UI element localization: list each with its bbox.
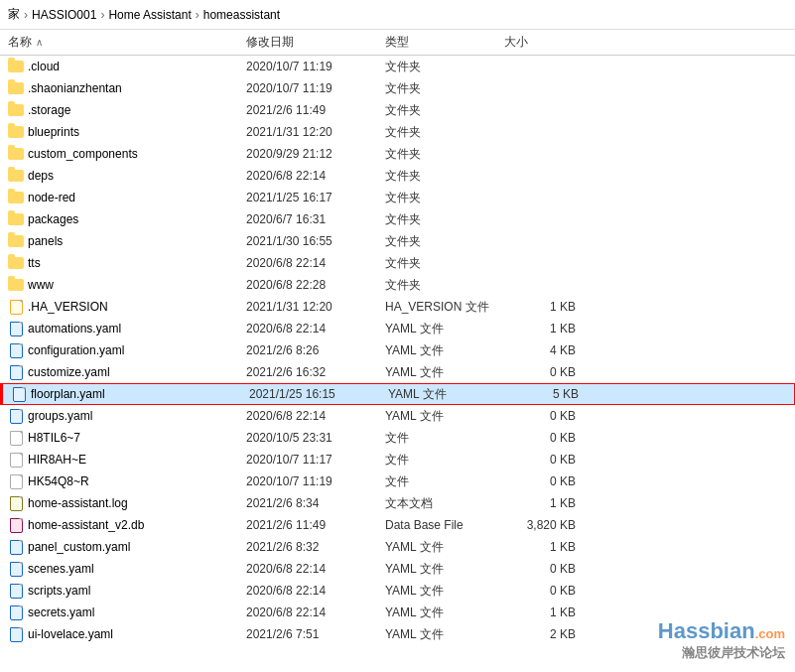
file-name: blueprints — [28, 125, 246, 139]
file-date: 2021/2/6 7:51 — [246, 627, 385, 641]
file-name: floorplan.yaml — [31, 387, 249, 401]
file-date: 2020/10/5 23:31 — [246, 431, 385, 445]
col-header-name[interactable]: 名称 ∧ — [8, 34, 246, 51]
file-date: 2021/2/6 8:26 — [246, 343, 385, 357]
file-size: 0 KB — [504, 453, 584, 467]
yaml-file-icon — [8, 408, 24, 424]
table-row[interactable]: panels 2021/1/30 16:55 文件夹 — [0, 230, 795, 252]
breadcrumb-sep1: › — [24, 8, 28, 22]
col-header-date[interactable]: 修改日期 — [246, 34, 385, 51]
file-type: YAML 文件 — [385, 626, 504, 643]
file-name: groups.yaml — [28, 409, 246, 423]
file-size: 0 KB — [504, 409, 584, 423]
file-name: secrets.yaml — [28, 605, 246, 619]
table-row[interactable]: .HA_VERSION 2021/1/31 12:20 HA_VERSION 文… — [0, 296, 795, 318]
table-row[interactable]: configuration.yaml 2021/2/6 8:26 YAML 文件… — [0, 339, 795, 361]
table-row[interactable]: custom_components 2020/9/29 21:12 文件夹 — [0, 143, 795, 165]
table-row[interactable]: .shaonianzhentan 2020/10/7 11:19 文件夹 — [0, 77, 795, 99]
table-row[interactable]: customize.yaml 2021/2/6 16:32 YAML 文件 0 … — [0, 361, 795, 383]
table-row[interactable]: floorplan.yaml 2021/1/25 16:15 YAML 文件 5… — [0, 383, 795, 405]
table-row[interactable]: scripts.yaml 2020/6/8 22:14 YAML 文件 0 KB — [0, 580, 795, 602]
file-type: 文件夹 — [385, 255, 504, 272]
yaml-file-icon — [8, 583, 24, 599]
table-row[interactable]: home-assistant_v2.db 2021/2/6 11:49 Data… — [0, 514, 795, 536]
table-row[interactable]: H8TIL6~7 2020/10/5 23:31 文件 0 KB — [0, 427, 795, 449]
file-name: HIR8AH~E — [28, 453, 246, 467]
breadcrumb-folder[interactable]: homeassistant — [203, 8, 280, 22]
table-row[interactable]: packages 2020/6/7 16:31 文件夹 — [0, 208, 795, 230]
file-date: 2020/10/7 11:19 — [246, 474, 385, 488]
table-row[interactable]: node-red 2021/1/25 16:17 文件夹 — [0, 187, 795, 208]
file-size: 1 KB — [504, 322, 584, 336]
breadcrumb-homeassistant[interactable]: Home Assistant — [108, 8, 191, 22]
file-type: 文件夹 — [385, 59, 504, 75]
file-type: 文件夹 — [385, 190, 504, 206]
file-date: 2020/6/8 22:14 — [246, 256, 385, 270]
table-row[interactable]: panel_custom.yaml 2021/2/6 8:32 YAML 文件 … — [0, 536, 795, 558]
table-row[interactable]: blueprints 2021/1/31 12:20 文件夹 — [0, 121, 795, 143]
file-name: deps — [28, 169, 246, 183]
file-type: 文件夹 — [385, 102, 504, 119]
col-header-size[interactable]: 大小 — [504, 34, 584, 51]
table-row[interactable]: .storage 2021/2/6 11:49 文件夹 — [0, 99, 795, 121]
file-name: automations.yaml — [28, 322, 246, 336]
file-name: scripts.yaml — [28, 584, 246, 598]
yaml-file-icon — [11, 386, 27, 402]
file-size: 4 KB — [504, 343, 584, 357]
breadcrumb-bar: 家 › HASSIO001 › Home Assistant › homeass… — [0, 0, 795, 30]
yaml-file-icon — [8, 561, 24, 577]
file-size: 3,820 KB — [504, 518, 584, 532]
file-type: YAML 文件 — [385, 561, 504, 578]
table-row[interactable]: HIR8AH~E 2020/10/7 11:17 文件 0 KB — [0, 449, 795, 470]
yaml-file-icon — [8, 364, 24, 380]
file-name: customize.yaml — [28, 365, 246, 379]
file-type: YAML 文件 — [385, 321, 504, 337]
file-size: 1 KB — [504, 605, 584, 619]
file-size: 0 KB — [504, 562, 584, 576]
file-date: 2021/2/6 16:32 — [246, 365, 385, 379]
breadcrumb-home[interactable]: 家 — [8, 6, 20, 23]
file-name: ui-lovelace.yaml — [28, 627, 246, 641]
file-type: 文件夹 — [385, 124, 504, 141]
table-row[interactable]: scenes.yaml 2020/6/8 22:14 YAML 文件 0 KB — [0, 558, 795, 580]
folder-icon — [8, 59, 24, 74]
file-list: .cloud 2020/10/7 11:19 文件夹 .shaonianzhen… — [0, 56, 795, 645]
file-name: panel_custom.yaml — [28, 540, 246, 554]
table-row[interactable]: groups.yaml 2020/6/8 22:14 YAML 文件 0 KB — [0, 405, 795, 427]
file-date: 2020/10/7 11:19 — [246, 60, 385, 73]
file-date: 2020/6/8 22:14 — [246, 584, 385, 598]
table-row[interactable]: tts 2020/6/8 22:14 文件夹 — [0, 252, 795, 274]
file-type: 文件 — [385, 452, 504, 469]
col-header-type[interactable]: 类型 — [385, 34, 504, 51]
file-name: home-assistant.log — [28, 496, 246, 510]
file-size: 1 KB — [504, 300, 584, 314]
yaml-file-icon — [8, 539, 24, 555]
folder-icon — [8, 168, 24, 184]
file-type: 文件 — [385, 473, 504, 490]
file-type: 文件夹 — [385, 233, 504, 250]
yaml-file-icon — [8, 321, 24, 336]
file-date: 2020/10/7 11:19 — [246, 81, 385, 95]
folder-icon — [8, 211, 24, 227]
folder-icon — [8, 146, 24, 162]
table-row[interactable]: www 2020/6/8 22:28 文件夹 — [0, 274, 795, 296]
file-name: packages — [28, 212, 246, 226]
yaml-file-icon — [8, 605, 24, 620]
file-size: 5 KB — [507, 387, 587, 401]
file-type: YAML 文件 — [385, 408, 504, 425]
table-row[interactable]: deps 2020/6/8 22:14 文件夹 — [0, 165, 795, 187]
yaml-file-icon — [8, 626, 24, 642]
table-row[interactable]: .cloud 2020/10/7 11:19 文件夹 — [0, 56, 795, 77]
file-size: 0 KB — [504, 584, 584, 598]
file-date: 2020/6/8 22:14 — [246, 605, 385, 619]
file-date: 2021/1/30 16:55 — [246, 234, 385, 248]
breadcrumb-hassio[interactable]: HASSIO001 — [32, 8, 96, 22]
file-date: 2020/10/7 11:17 — [246, 453, 385, 467]
table-row[interactable]: HK54Q8~R 2020/10/7 11:19 文件 0 KB — [0, 470, 795, 492]
folder-icon — [8, 124, 24, 140]
file-type: YAML 文件 — [385, 539, 504, 556]
file-size: 2 KB — [504, 627, 584, 641]
file-name: .cloud — [28, 60, 246, 73]
table-row[interactable]: home-assistant.log 2021/2/6 8:34 文本文档 1 … — [0, 492, 795, 514]
table-row[interactable]: automations.yaml 2020/6/8 22:14 YAML 文件 … — [0, 318, 795, 339]
